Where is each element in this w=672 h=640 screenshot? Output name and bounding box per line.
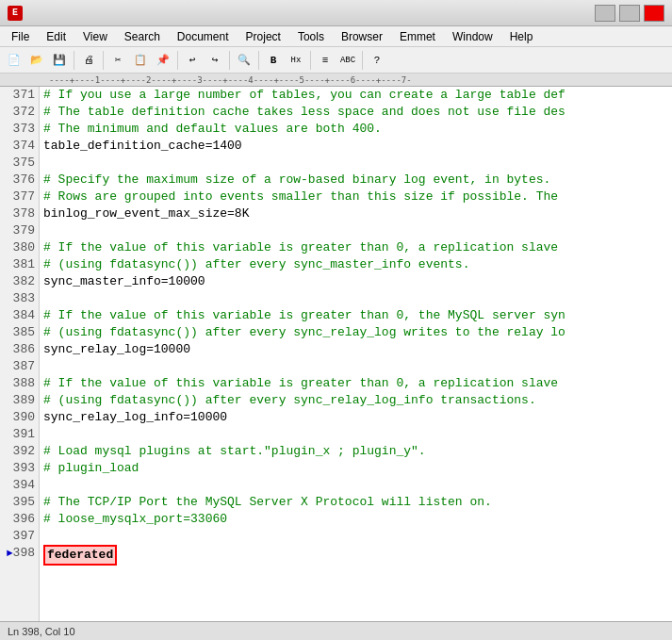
cut-button[interactable]: ✂ — [107, 50, 128, 71]
toolbar-separator-2 — [103, 51, 104, 70]
line-number-392: 392 — [4, 443, 35, 460]
line-number-398: ►398 — [4, 545, 35, 562]
help-button[interactable]: ? — [367, 50, 387, 71]
menu-item-file[interactable]: File — [4, 28, 37, 45]
code-line-396: # loose_mysqlx_port=33060 — [43, 511, 668, 528]
new-button[interactable]: 📄 — [4, 50, 25, 71]
search-button[interactable]: 🔍 — [234, 50, 254, 71]
code-line-386: sync_relay_log=10000 — [43, 341, 668, 358]
code-line-383 — [43, 290, 668, 307]
copy-button[interactable]: 📋 — [130, 50, 151, 71]
menu-item-window[interactable]: Window — [445, 28, 500, 45]
ruler: ----+----1----+----2----+----3----+----4… — [0, 74, 672, 87]
menu-item-browser[interactable]: Browser — [334, 28, 390, 45]
highlighted-word: federated — [43, 545, 117, 566]
open-button[interactable]: 📂 — [26, 50, 47, 71]
line-number-389: 389 — [4, 392, 35, 409]
code-line-373: # The minimum and default values are bot… — [43, 121, 668, 138]
maximize-button[interactable] — [619, 5, 640, 22]
status-bar: Ln 398, Col 10 — [0, 621, 672, 640]
toolbar-separator-6 — [310, 51, 311, 70]
code-line-391 — [43, 426, 668, 443]
abc-button[interactable]: ABC — [337, 50, 358, 71]
code-line-393: # plugin_load — [43, 460, 668, 477]
app-icon: E — [8, 6, 23, 21]
wordwrap-button[interactable]: ≡ — [315, 50, 336, 71]
line-number-386: 386 — [4, 341, 35, 358]
bold-button[interactable]: B — [263, 50, 284, 71]
toolbar: 📄 📂 💾 🖨 ✂ 📋 📌 ↩ ↪ 🔍 B Hx ≡ ABC ? — [0, 47, 672, 74]
menu-item-view[interactable]: View — [75, 28, 115, 45]
code-line-381: # (using fdatasync()) after every sync_m… — [43, 256, 668, 273]
code-line-372: # The table definition cache takes less … — [43, 104, 668, 121]
menu-item-help[interactable]: Help — [502, 28, 541, 45]
toolbar-separator-5 — [258, 51, 259, 70]
menu-item-edit[interactable]: Edit — [39, 28, 74, 45]
code-line-380: # If the value of this variable is great… — [43, 239, 668, 256]
code-line-389: # (using fdatasync()) after every sync_r… — [43, 392, 668, 409]
code-line-395: # The TCP/IP Port the MySQL Server X Pro… — [43, 494, 668, 511]
menu-item-tools[interactable]: Tools — [290, 28, 332, 45]
line-number-393: 393 — [4, 460, 35, 477]
menu-item-search[interactable]: Search — [117, 28, 168, 45]
toolbar-separator-4 — [229, 51, 230, 70]
code-area[interactable]: # If you use a large number of tables, y… — [40, 87, 672, 621]
line-number-394: 394 — [4, 477, 35, 494]
code-line-394 — [43, 477, 668, 494]
code-line-378: binlog_row_event_max_size=8K — [43, 205, 668, 222]
menu-bar: FileEditViewSearchDocumentProjectToolsBr… — [0, 26, 672, 47]
code-line-397 — [43, 528, 668, 545]
code-line-379 — [43, 222, 668, 239]
line-number-378: 378 — [4, 205, 35, 222]
line-number-384: 384 — [4, 307, 35, 324]
toolbar-separator-1 — [74, 51, 74, 70]
print-button[interactable]: 🖨 — [78, 50, 99, 71]
undo-button[interactable]: ↩ — [182, 50, 203, 71]
redo-button[interactable]: ↪ — [205, 50, 225, 71]
code-line-375 — [43, 155, 668, 172]
code-line-374: table_definition_cache=1400 — [43, 138, 668, 155]
menu-item-emmet[interactable]: Emmet — [392, 28, 443, 45]
line-number-391: 391 — [4, 426, 35, 443]
line-number-381: 381 — [4, 256, 35, 273]
line-number-373: 373 — [4, 121, 35, 138]
line-number-390: 390 — [4, 409, 35, 426]
line-number-383: 383 — [4, 290, 35, 307]
line-number-396: 396 — [4, 511, 35, 528]
line-number-375: 375 — [4, 155, 35, 172]
line-number-379: 379 — [4, 222, 35, 239]
menu-item-project[interactable]: Project — [238, 28, 288, 45]
line-number-372: 372 — [4, 104, 35, 121]
code-line-388: # If the value of this variable is great… — [43, 375, 668, 392]
code-line-377: # Rows are grouped into events smaller t… — [43, 189, 668, 205]
toolbar-separator-7 — [362, 51, 363, 70]
save-button[interactable]: 💾 — [49, 50, 70, 71]
code-line-384: # If the value of this variable is great… — [43, 307, 668, 324]
close-button[interactable] — [644, 5, 664, 22]
code-line-392: # Load mysql plugins at start."plugin_x … — [43, 443, 668, 460]
line-number-374: 374 — [4, 138, 35, 155]
code-line-398: federated — [43, 545, 668, 562]
line-number-382: 382 — [4, 273, 35, 290]
code-line-387 — [43, 358, 668, 375]
editor-container: 3713723733743753763773783793803813823833… — [0, 87, 672, 621]
line-number-388: 388 — [4, 375, 35, 392]
toolbar-separator-3 — [177, 51, 178, 70]
hex-button[interactable]: Hx — [286, 50, 306, 71]
line-number-371: 371 — [4, 87, 35, 104]
line-number-377: 377 — [4, 189, 35, 205]
paste-button[interactable]: 📌 — [153, 50, 173, 71]
line-number-397: 397 — [4, 528, 35, 545]
minimize-button[interactable] — [595, 5, 615, 22]
code-line-390: sync_relay_log_info=10000 — [43, 409, 668, 426]
line-number-387: 387 — [4, 358, 35, 375]
line-number-395: 395 — [4, 494, 35, 511]
line-numbers: 3713723733743753763773783793803813823833… — [0, 87, 40, 621]
line-number-380: 380 — [4, 239, 35, 256]
code-line-376: # Specify the maximum size of a row-base… — [43, 172, 668, 189]
code-line-371: # If you use a large number of tables, y… — [43, 87, 668, 104]
line-number-385: 385 — [4, 324, 35, 341]
menu-item-document[interactable]: Document — [170, 28, 237, 45]
window-controls — [595, 5, 664, 22]
code-line-382: sync_master_info=10000 — [43, 273, 668, 290]
